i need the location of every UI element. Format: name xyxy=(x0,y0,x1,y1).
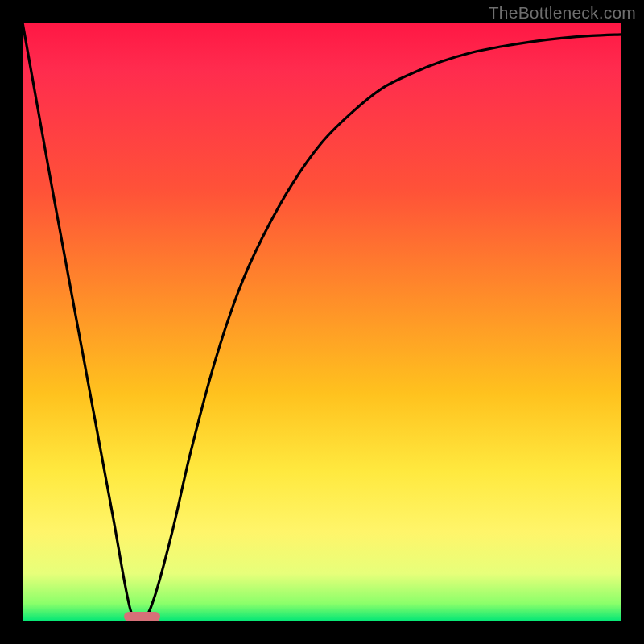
plot-area xyxy=(23,23,621,621)
watermark-text: TheBottleneck.com xyxy=(489,3,636,23)
optimal-range-marker xyxy=(124,612,160,621)
chart-frame: TheBottleneck.com xyxy=(0,0,644,644)
curve-layer xyxy=(23,23,621,621)
bottleneck-curve xyxy=(23,23,621,621)
